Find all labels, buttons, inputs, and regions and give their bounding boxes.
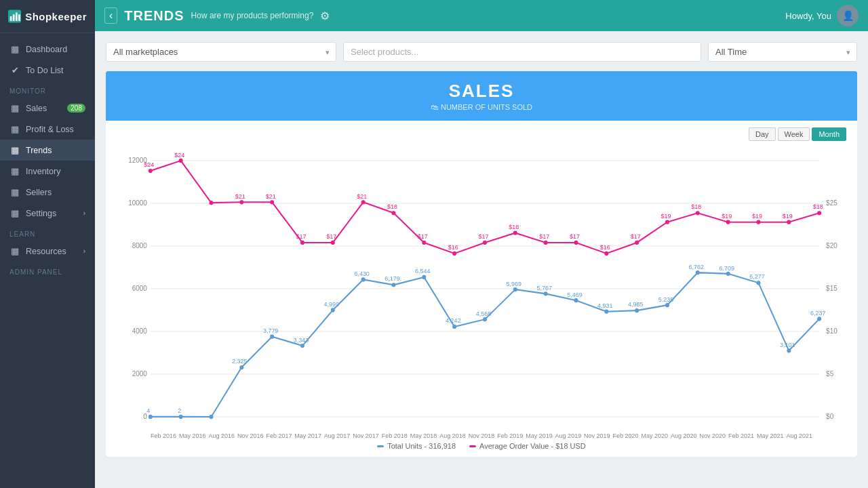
blue-dot <box>331 308 335 312</box>
blue-dot <box>726 272 730 276</box>
svg-text:$17: $17 <box>326 233 336 240</box>
svg-text:4,242: 4,242 <box>446 317 460 324</box>
svg-text:4: 4 <box>146 407 150 413</box>
pink-dot <box>574 241 578 245</box>
filters-row: All marketplaces ▾ All Time ▾ <box>106 42 857 62</box>
sidebar-item-trends[interactable]: ▦ Trends <box>0 140 95 161</box>
svg-text:$24: $24 <box>174 152 184 159</box>
x-label: Feb 2018 <box>382 432 408 439</box>
x-label: May 2020 <box>642 432 669 439</box>
blue-dot <box>270 335 274 339</box>
page-title: TRENDS <box>124 8 184 24</box>
blue-dot <box>361 277 366 281</box>
user-area[interactable]: Howdy, You 👤 <box>785 5 859 26</box>
svg-text:$19: $19 <box>661 213 671 220</box>
svg-text:$19: $19 <box>722 213 732 220</box>
sidebar-item-settings[interactable]: ▦ Settings › <box>0 203 95 224</box>
svg-text:$25: $25 <box>826 199 837 207</box>
svg-text:$5: $5 <box>826 370 833 378</box>
pink-dot <box>604 251 608 256</box>
sidebar-item-sales[interactable]: ▦ Sales 208 <box>0 98 95 119</box>
x-label: Feb 2019 <box>497 432 523 439</box>
topbar: ‹ TRENDS How are my products performing?… <box>95 0 868 31</box>
resources-icon: ▦ <box>9 246 20 256</box>
svg-text:$18: $18 <box>691 203 701 210</box>
svg-text:$21: $21 <box>235 192 245 199</box>
pink-dot <box>422 241 426 245</box>
sidebar-item-profit[interactable]: ▦ Profit & Loss <box>0 119 95 140</box>
svg-text:$16: $16 <box>600 244 610 251</box>
pink-dot <box>300 241 304 245</box>
blue-dot <box>391 283 395 287</box>
pink-dot <box>331 241 335 245</box>
week-button[interactable]: Week <box>778 127 810 141</box>
x-label: Aug 2017 <box>324 432 351 439</box>
back-button[interactable]: ‹ <box>104 7 117 24</box>
svg-text:$17: $17 <box>479 233 489 240</box>
svg-text:2: 2 <box>178 407 181 413</box>
svg-text:$15: $15 <box>826 285 837 292</box>
marketplace-select[interactable]: All marketplaces <box>106 42 336 62</box>
day-button[interactable]: Day <box>749 127 776 141</box>
pink-dot <box>756 220 760 224</box>
svg-text:6,237: 6,237 <box>810 310 825 317</box>
svg-text:8000: 8000 <box>132 242 147 249</box>
x-label: Nov 2020 <box>699 432 726 439</box>
svg-text:10000: 10000 <box>128 199 147 207</box>
blue-dot <box>665 303 669 307</box>
x-label: Feb 2020 <box>613 432 639 439</box>
pink-dot <box>179 159 183 163</box>
svg-rect-4 <box>18 14 20 21</box>
month-button[interactable]: Month <box>812 127 846 141</box>
time-select[interactable]: All Time <box>708 42 857 62</box>
pink-dot <box>787 220 791 224</box>
svg-text:2,325: 2,325 <box>232 358 247 365</box>
admin-section-label: ADMIN PANEL <box>0 262 95 279</box>
user-greeting: Howdy, You <box>785 11 831 21</box>
svg-text:5,767: 5,767 <box>536 285 551 291</box>
blue-dot <box>513 287 517 291</box>
gear-icon[interactable]: ⚙ <box>320 9 330 22</box>
svg-text:$21: $21 <box>266 192 276 199</box>
sidebar-item-inventory-label: Inventory <box>26 167 60 176</box>
sidebar-item-todo[interactable]: ✔ To Do List <box>0 60 95 81</box>
x-label: May 2019 <box>526 432 553 439</box>
x-label: Aug 2016 <box>208 432 235 439</box>
pink-dot <box>483 241 487 245</box>
svg-rect-2 <box>13 14 15 21</box>
products-input[interactable] <box>343 42 701 62</box>
sidebar-item-dashboard[interactable]: ▦ Dashboard <box>0 39 95 60</box>
pink-dot <box>270 200 274 204</box>
svg-text:4000: 4000 <box>132 327 147 335</box>
legend-item-blue: Total Units - 316,918 <box>377 442 456 450</box>
svg-text:4,999: 4,999 <box>324 301 339 308</box>
x-label: Feb 2016 <box>151 432 176 439</box>
svg-text:$0: $0 <box>826 413 833 420</box>
chart-subtitle: 🛍 NUMBER OF UNITS SOLD <box>119 103 844 111</box>
svg-text:$21: $21 <box>357 192 367 199</box>
svg-text:4,931: 4,931 <box>597 302 612 309</box>
chart-container: .grid-line { stroke: #e8e8e8; stroke-wid… <box>117 146 846 431</box>
blue-dot <box>635 308 639 312</box>
legend-item-pink: Average Order Value - $18 USD <box>469 442 586 450</box>
pink-dot <box>513 231 517 235</box>
sidebar-item-resources[interactable]: ▦ Resources › <box>0 241 95 262</box>
marketplace-filter-wrapper: All marketplaces ▾ <box>106 42 336 62</box>
svg-rect-3 <box>16 13 18 21</box>
sidebar-item-inventory[interactable]: ▦ Inventory <box>0 161 95 182</box>
pink-dot <box>391 211 395 215</box>
svg-text:6,179: 6,179 <box>384 275 399 282</box>
x-label: Aug 2018 <box>439 432 466 439</box>
sidebar: Shopkeeper ▦ Dashboard ✔ To Do List MONI… <box>0 0 95 488</box>
svg-text:$19: $19 <box>752 213 762 220</box>
blue-dot <box>452 325 456 329</box>
blue-dot <box>149 415 153 419</box>
svg-text:$18: $18 <box>509 224 519 230</box>
sidebar-item-sellers[interactable]: ▦ Sellers <box>0 182 95 203</box>
blue-dot <box>300 344 304 348</box>
sellers-icon: ▦ <box>9 187 20 197</box>
logo-area: Shopkeeper <box>0 0 95 33</box>
svg-text:$17: $17 <box>418 233 428 240</box>
page-subtitle: How are my products performing? <box>191 11 314 20</box>
svg-text:5,235: 5,235 <box>658 296 673 303</box>
